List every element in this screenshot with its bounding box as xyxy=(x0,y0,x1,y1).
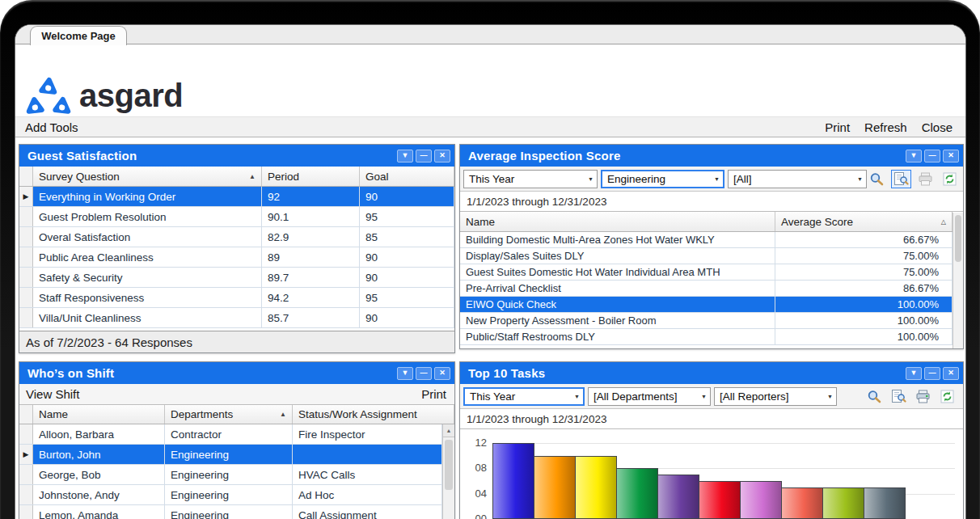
search-icon[interactable] xyxy=(864,387,885,406)
cell-goal: 90 xyxy=(360,268,454,287)
chevron-down-icon[interactable]: ▼ xyxy=(698,394,710,399)
table-row[interactable]: Johnstone, AndyEngineeringAd Hoc xyxy=(19,485,442,505)
table-row[interactable]: Villa/Unit Cleanliness85.790 xyxy=(19,308,454,328)
sort-ascending-icon: ▲ xyxy=(249,173,256,180)
table-row[interactable]: Public/Staff Restrooms DLY100.00% xyxy=(460,329,953,345)
preview-icon[interactable] xyxy=(889,387,909,406)
table-row[interactable]: Public Area Cleanliness8990 xyxy=(19,247,454,268)
table-row[interactable]: EIWO Quick Check100.00% xyxy=(460,297,953,313)
table-row[interactable]: Display/Sales Suites DLY75.00% xyxy=(460,248,953,264)
panel-average-inspection-score: Average Inspection Score ▼—✕ This Year▼E… xyxy=(459,144,964,349)
view-shift-button[interactable]: View Shift xyxy=(26,387,79,401)
panel-close-button[interactable]: ✕ xyxy=(943,150,959,162)
column-header-goal[interactable]: Goal xyxy=(360,167,454,186)
table-row[interactable]: George, BobEngineeringHVAC Calls xyxy=(19,465,442,485)
panel-close-button[interactable]: ✕ xyxy=(434,367,450,380)
cell-goal: 90 xyxy=(360,187,454,206)
preview-icon[interactable] xyxy=(891,170,911,188)
table-row[interactable]: Guest Suites Domestic Hot Water Individu… xyxy=(460,264,953,281)
filter-dropdown[interactable]: This Year▼ xyxy=(463,387,585,406)
panel-minimize-button[interactable]: — xyxy=(924,367,940,380)
column-header-name[interactable]: Name xyxy=(33,405,165,424)
cell-survey-question: Staff Responsiveness xyxy=(33,288,262,307)
column-header-name[interactable]: Name xyxy=(460,212,775,231)
panel-minimize-button[interactable]: — xyxy=(416,367,432,380)
print-button[interactable]: Print xyxy=(421,387,446,401)
column-header-label: Status/Work Assignment xyxy=(298,408,417,420)
bar-task-9 xyxy=(822,487,864,519)
table-row[interactable]: Alloon, BarbaraContractorFire Inspector xyxy=(19,424,442,445)
cell-survey-question: Public Area Cleanliness xyxy=(33,247,262,267)
ais-icon-strip xyxy=(867,170,960,188)
filter-toolbar: This Year▼[All Departments]▼[All Reporte… xyxy=(460,384,963,409)
cell-status: Call Assignment xyxy=(293,505,442,519)
panel-minimize-button[interactable]: — xyxy=(416,150,432,162)
panel-close-button[interactable]: ✕ xyxy=(434,150,450,162)
column-header-label: Period xyxy=(268,171,299,183)
panel-menu-button[interactable]: ▼ xyxy=(906,367,922,380)
filter-dropdown[interactable]: [All Reporters]▼ xyxy=(714,387,837,406)
tab-strip: Welcome Page xyxy=(15,25,965,44)
cell-average-score: 66.67% xyxy=(775,232,953,247)
panel-close-button[interactable]: ✕ xyxy=(943,367,959,380)
tab-label: Welcome Page xyxy=(41,30,116,42)
panel-window-buttons: ▼—✕ xyxy=(906,150,959,162)
panel-menu-button[interactable]: ▼ xyxy=(397,367,413,380)
filter-dropdown[interactable]: [All]▼ xyxy=(728,170,867,188)
chevron-down-icon[interactable]: ▼ xyxy=(711,176,723,182)
cell-average-score: 86.67% xyxy=(775,281,953,296)
chevron-down-icon[interactable]: ▼ xyxy=(854,176,866,182)
refresh-icon[interactable] xyxy=(937,387,957,406)
table-row[interactable]: Building Domestic Multi-Area Zones Hot W… xyxy=(460,232,953,248)
chevron-down-icon[interactable]: ▼ xyxy=(571,394,583,399)
table-row[interactable]: ▶Burton, JohnEngineering xyxy=(19,445,442,465)
average-inspection-body: Building Domestic Multi-Area Zones Hot W… xyxy=(460,232,963,345)
panel-minimize-button[interactable]: — xyxy=(924,150,940,162)
filter-toolbar: This Year▼Engineering▼[All]▼ xyxy=(460,167,963,192)
vertical-scrollbar[interactable] xyxy=(953,213,963,348)
table-row[interactable]: Staff Responsiveness94.295 xyxy=(19,288,454,308)
table-row[interactable]: Overal Satisfaction82.985 xyxy=(19,227,454,247)
table-row[interactable]: Lemon, AmandaEngineeringCall Assignment xyxy=(19,505,442,519)
panel-menu-button[interactable]: ▼ xyxy=(397,150,413,162)
status-footer: As of 7/2/2023 - 64 Responses xyxy=(19,331,454,352)
vertical-scrollbar[interactable]: ▲ xyxy=(442,424,454,519)
table-row[interactable]: Guest Problem Resolution90.195 xyxy=(19,207,454,227)
bar-task-5 xyxy=(657,475,699,519)
menubar: Add Tools PrintRefreshClose xyxy=(15,116,965,137)
column-header-status[interactable]: Status/Work Assignment xyxy=(293,405,454,424)
table-row[interactable]: Pre-Arrival Checklist86.67% xyxy=(460,281,953,297)
cell-status: HVAC Calls xyxy=(293,465,442,484)
dropdown-value: [All Departments] xyxy=(589,390,698,403)
chevron-down-icon[interactable]: ▼ xyxy=(824,394,836,399)
t10-dd-group: This Year▼[All Departments]▼[All Reporte… xyxy=(463,387,837,406)
cell-name: Guest Suites Domestic Hot Water Individu… xyxy=(460,264,775,280)
column-header-period[interactable]: Period xyxy=(262,167,360,186)
gridline xyxy=(492,443,955,444)
column-header-departments[interactable]: Departments ▲ xyxy=(165,405,293,424)
scrollbar-thumb[interactable] xyxy=(445,440,453,490)
search-icon[interactable] xyxy=(867,170,887,188)
bar-task-3 xyxy=(575,456,617,519)
panel-menu-button[interactable]: ▼ xyxy=(906,150,922,162)
scroll-up-button[interactable]: ▲ xyxy=(443,424,454,437)
menu-item-refresh[interactable]: Refresh xyxy=(864,120,907,134)
scrollbar-thumb[interactable] xyxy=(955,215,961,262)
print-icon[interactable] xyxy=(913,387,933,406)
filter-dropdown[interactable]: Engineering▼ xyxy=(601,170,724,188)
menu-add-tools[interactable]: Add Tools xyxy=(25,120,78,134)
column-header-label: Departments xyxy=(171,408,233,420)
filter-dropdown[interactable]: This Year▼ xyxy=(463,170,598,188)
tab-welcome-page[interactable]: Welcome Page xyxy=(30,26,127,45)
menu-item-close[interactable]: Close xyxy=(922,120,953,134)
filter-dropdown[interactable]: [All Departments]▼ xyxy=(588,387,711,406)
column-header-survey-question[interactable]: Survey Question ▲ xyxy=(33,167,262,186)
table-row[interactable]: New Property Assessment - Boiler Room100… xyxy=(460,313,953,329)
table-row[interactable]: Safety & Security89.790 xyxy=(19,268,454,288)
bar-task-1 xyxy=(492,443,534,519)
refresh-icon[interactable] xyxy=(940,170,960,188)
table-row[interactable]: ▶Everything in Working Order9290 xyxy=(19,187,454,207)
menu-item-print[interactable]: Print xyxy=(825,120,850,134)
column-header-average-score[interactable]: Average Score △ xyxy=(775,212,953,231)
chevron-down-icon[interactable]: ▼ xyxy=(585,176,597,182)
